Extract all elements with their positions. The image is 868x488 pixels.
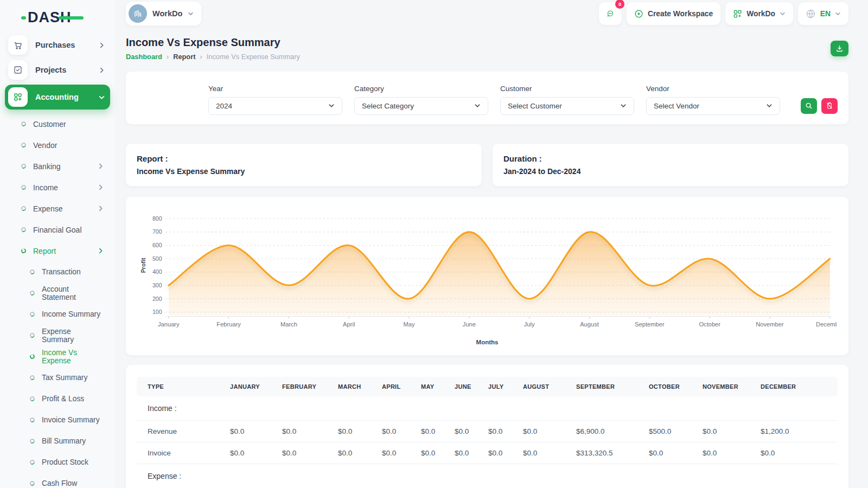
svg-text:January: January [158,321,180,328]
svg-text:June: June [463,321,476,328]
filter-panel: Year 2024 Category Select Category Custo… [126,72,848,124]
sidebar-item-financial-goal[interactable]: Financial Goal [5,219,110,240]
sidebar-item-label: Income [33,183,58,192]
messages-button[interactable]: 0 [599,2,622,25]
search-icon [805,102,813,110]
duration-card: Duration : Jan-2024 to Dec-2024 [493,144,848,186]
bullet-icon [29,438,35,444]
bullet-icon [21,142,27,148]
download-report-button[interactable] [831,41,848,56]
bullet-icon [21,163,27,169]
sidebar-item-income-vs-expense[interactable]: Income Vs Expense [5,346,110,367]
sidebar-item-banking[interactable]: Banking [5,156,110,177]
category-select[interactable]: Select Category [354,97,488,115]
bullet-icon [29,311,35,317]
language-button[interactable]: EN [798,2,848,25]
sidebar-item-invoice-summary[interactable]: Invoice Summary [5,409,110,431]
profit-chart: 100200300400500600700800 JanuaryFebruary… [138,210,837,337]
app-logo[interactable]: DASH [5,0,110,33]
sidebar-item-label: Accounting [35,93,79,101]
report-card-value: Income Vs Expense Summary [137,167,471,176]
svg-text:September: September [635,321,665,328]
chevron-down-icon [188,11,194,17]
svg-text:200: 200 [152,295,162,301]
sidebar-item-product-stock[interactable]: Product Stock [5,452,110,473]
sidebar-item-label: Bill Summary [42,437,86,445]
page-title: Income Vs Expense Summary [126,36,300,49]
bullet-icon [29,290,35,296]
chevron-down-icon [780,11,786,17]
sidebar-nav: Purchases Projects Accounting Customer V… [5,33,110,488]
sidebar-item-profit-loss[interactable]: Profit & Loss [5,388,110,409]
sidebar-item-accounting[interactable]: Accounting [5,85,110,110]
sidebar-item-label: Vendor [33,141,57,150]
apps-menu-button[interactable]: WorkDo [725,2,793,25]
sidebar-item-label: Income Summary [42,310,100,318]
sidebar-item-account-statement[interactable]: Account Statement [5,282,110,304]
amount-cell: $0.0 [449,421,483,442]
grid-plus-icon [733,9,742,18]
sidebar-item-label: Banking [33,162,61,171]
sidebar-item-expense[interactable]: Expense [5,198,110,219]
sidebar-item-purchases[interactable]: Purchases [5,33,110,57]
search-button[interactable] [801,98,817,114]
bullet-icon [29,396,35,402]
amount-cell: $6,900.0 [571,421,643,442]
amount-cell: $0.0 [333,421,376,442]
y-axis-label: Profit [140,258,146,273]
sidebar-item-income[interactable]: Income [5,177,110,198]
sidebar-item-label: Invoice Summary [42,416,100,424]
topbar: WorkDo 0 Create Workspace WorkDo EN [126,0,848,28]
amount-cell: $0.0 [755,442,838,464]
area-chart-svg: 100200300400500600700800 JanuaryFebruary… [138,210,837,337]
bullet-icon [29,459,35,465]
grid-plus-icon [13,92,23,102]
sidebar-item-label: Financial Goal [33,226,82,234]
cart-icon [13,40,23,50]
sidebar-item-label: Tax Summary [42,374,87,382]
year-select[interactable]: 2024 [208,97,342,115]
vendor-select[interactable]: Select Vendor [646,97,780,115]
sidebar-item-expense-summary[interactable]: Expense Summary [5,325,110,346]
sidebar-item-label: Expense [33,204,62,213]
amount-cell: $0.0 [376,421,416,442]
page-head: Income Vs Expense Summary Dashboard › Re… [126,36,848,61]
sidebar-item-tax-summary[interactable]: Tax Summary [5,367,110,388]
income-expense-table-card: TYPEJANUARYFEBRUARYMARCHAPRILMAYJUNEJULY… [126,365,848,488]
sidebar-item-report[interactable]: Report [5,240,110,261]
clipboard-off-icon [826,102,833,110]
svg-text:March: March [280,321,297,328]
sidebar-item-customer[interactable]: Customer [5,113,110,134]
breadcrumb-report[interactable]: Report [173,53,195,61]
sidebar-item-label: Projects [35,66,66,74]
amount-cell: $500.0 [643,421,697,442]
sidebar-item-projects[interactable]: Projects [5,57,110,82]
sidebar-item-cash-flow[interactable]: Cash Flow [5,473,110,488]
amount-cell: $0.0 [277,421,333,442]
reset-filter-button[interactable] [821,98,838,114]
sidebar-item-bill-summary[interactable]: Bill Summary [5,431,110,452]
sidebar-item-transaction[interactable]: Transaction [5,261,110,282]
bullet-icon [21,227,27,233]
workspace-name: WorkDo [152,9,182,18]
sidebar-item-vendor[interactable]: Vendor [5,134,110,156]
apps-menu-label: WorkDo [746,10,775,18]
chevron-right-icon [99,67,105,73]
customer-select[interactable]: Select Customer [500,97,634,115]
report-card: Report : Income Vs Expense Summary [126,144,482,186]
summary-cards: Report : Income Vs Expense Summary Durat… [126,144,848,186]
svg-text:400: 400 [152,268,162,275]
sidebar-item-income-summary[interactable]: Income Summary [5,304,110,325]
chevron-right-icon [98,206,104,211]
table-header-october: OCTOBER [643,377,697,396]
breadcrumb-dashboard[interactable]: Dashboard [126,53,162,61]
table-header-november: NOVEMBER [697,377,755,396]
workspace-switcher[interactable]: WorkDo [126,2,201,25]
amount-cell: $0.0 [697,442,755,464]
create-workspace-button[interactable]: Create Workspace [627,2,720,25]
svg-text:December: December [816,321,837,328]
bullet-icon [29,375,35,381]
bullet-icon [21,206,27,211]
income-expense-table: TYPEJANUARYFEBRUARYMARCHAPRILMAYJUNEJULY… [137,377,838,488]
amount-cell: $0.0 [376,442,416,464]
